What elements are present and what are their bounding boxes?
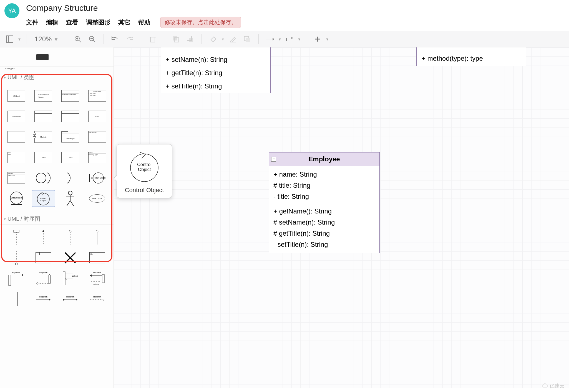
- zoom-in-button[interactable]: [72, 33, 84, 45]
- mini-shape[interactable]: [36, 54, 49, 60]
- shape-object[interactable]: Object: [5, 88, 28, 104]
- zoom-select[interactable]: 120% ▾: [32, 35, 61, 43]
- menu-edit[interactable]: 编辑: [46, 18, 58, 27]
- mini-shape[interactable]: [8, 52, 25, 62]
- shape-lifeline[interactable]: [32, 229, 55, 246]
- uml-method[interactable]: # getTitle(n): String: [273, 228, 376, 239]
- uml-attr[interactable]: - title: String: [273, 191, 376, 202]
- chevron-down-icon: ▾: [326, 37, 328, 42]
- uml-class-partial-right[interactable]: + field: type + method(type): type: [416, 47, 526, 66]
- shape-callback[interactable]: callbackreturn: [85, 270, 109, 287]
- shape-activation[interactable]: [5, 291, 28, 307]
- svg-rect-13: [173, 36, 177, 40]
- menu-file[interactable]: 文件: [26, 18, 38, 27]
- shape-actor[interactable]: [59, 190, 82, 207]
- shape-msg-solid[interactable]: dispatch: [32, 291, 55, 307]
- shape-use-case[interactable]: Use Case: [85, 190, 109, 207]
- connection-style-button[interactable]: [264, 33, 276, 45]
- uml-attr[interactable]: # title: String: [273, 180, 376, 191]
- shape-provided-interface[interactable]: [32, 170, 55, 186]
- redo-button[interactable]: [124, 33, 135, 45]
- uml-attr[interactable]: + name: String: [273, 169, 376, 180]
- shape-boundary-object[interactable]: Boundary Object: [85, 170, 109, 186]
- to-front-button[interactable]: [170, 33, 182, 45]
- shape-class-tab2[interactable]: Class: [59, 149, 82, 166]
- redo-icon: [126, 36, 134, 42]
- canvas[interactable]: + setName(n): String + getTitle(n): Stri…: [114, 47, 569, 388]
- collapse-toggle[interactable]: −: [271, 157, 276, 162]
- shape-class-3[interactable]: +method(type):type: [59, 88, 82, 104]
- svg-rect-15: [189, 38, 193, 42]
- unsaved-banner[interactable]: 修改未保存。点击此处保存。: [160, 17, 241, 28]
- menu-other[interactable]: 其它: [118, 18, 130, 27]
- shape-enum[interactable]: Enum: [85, 108, 109, 125]
- shape-module[interactable]: Module: [32, 129, 55, 145]
- shape-class-6[interactable]: [59, 108, 82, 125]
- uml-class-partial-left[interactable]: + setName(n): String + getTitle(n): Stri…: [161, 47, 271, 93]
- shape-found-msg[interactable]: [5, 250, 28, 266]
- chevron-down-icon: ▾: [54, 35, 58, 43]
- shape-lifeline-t[interactable]: [5, 229, 28, 246]
- chevron-down-icon: ▾: [222, 37, 224, 42]
- shape-class-tab1[interactable]: Class: [32, 149, 55, 166]
- pencil-icon: [229, 36, 236, 42]
- menu-adjust-shape[interactable]: 调整图形: [86, 18, 110, 27]
- shape-dispatch-2[interactable]: dispatch: [32, 270, 55, 287]
- undo-button[interactable]: [109, 33, 121, 45]
- shape-entity-object[interactable]: Entity Object: [5, 190, 28, 207]
- delete-button[interactable]: [147, 33, 158, 45]
- shape-lifeline-open[interactable]: [59, 229, 82, 246]
- zoom-label: 120%: [35, 35, 52, 43]
- shape-lifeline-simple[interactable]: [85, 229, 109, 246]
- menu-view[interactable]: 查看: [66, 18, 78, 27]
- shape-package[interactable]: package: [59, 129, 82, 145]
- document-title[interactable]: Company Structure: [26, 3, 565, 13]
- shape-class-tab3[interactable]: Classmethod(): Type: [85, 149, 109, 166]
- shape-msg-dot[interactable]: dispatch: [59, 291, 82, 307]
- menu-help[interactable]: 帮助: [138, 18, 150, 27]
- shapes-sidebar: «datatype» UML / 类图 Object «interface» N…: [0, 47, 114, 388]
- svg-line-4: [79, 40, 81, 42]
- svg-text:dispatch: dispatch: [93, 296, 101, 298]
- uml-method[interactable]: # setName(n): String: [273, 217, 376, 228]
- shape-note[interactable]: title: [85, 250, 109, 266]
- shadow-button[interactable]: [241, 33, 253, 45]
- shape-frame[interactable]: [5, 129, 28, 145]
- uml-class-title[interactable]: − Employee: [269, 152, 379, 166]
- shape-interface[interactable]: «interface» Name: [32, 88, 55, 104]
- uml-method[interactable]: - setTitle(n): String: [273, 239, 376, 250]
- shape-classname[interactable]: Classname+ field: type+ field: type: [85, 88, 109, 104]
- section-uml-sequence[interactable]: UML / 时序图: [0, 212, 114, 225]
- shape-class-list[interactable]: item1item2: [5, 149, 28, 166]
- fill-color-button[interactable]: [207, 33, 219, 45]
- shape-self-call[interactable]: self call: [59, 270, 82, 287]
- avatar[interactable]: YA: [4, 3, 19, 18]
- svg-line-8: [93, 40, 95, 42]
- shape-required-interface[interactable]: [59, 170, 82, 186]
- stroke-color-button[interactable]: [227, 33, 238, 45]
- shape-preview: ControlObject: [128, 149, 161, 183]
- shape-component[interactable]: Component: [5, 108, 28, 125]
- shape-destroy[interactable]: [59, 250, 82, 266]
- waypoint-style-button[interactable]: [284, 33, 295, 45]
- toolbar: ▾ 120% ▾ ▾ ▾ ▾: [0, 31, 569, 47]
- shape-msg-dash[interactable]: dispatch: [85, 291, 109, 307]
- shape-stereotype[interactable]: Stereotype: [85, 129, 109, 145]
- panels-button[interactable]: [4, 33, 16, 45]
- chevron-down-icon: ▾: [18, 37, 21, 42]
- section-uml-class[interactable]: UML / 类图: [0, 71, 114, 83]
- shape-class-list2[interactable]: Interface+field:Type: [5, 170, 28, 186]
- shape-control-object[interactable]: ControlObject: [32, 190, 55, 207]
- zoom-out-button[interactable]: [86, 33, 98, 45]
- layout-icon: [6, 35, 14, 43]
- insert-button[interactable]: [312, 33, 323, 45]
- shape-class-5[interactable]: [32, 108, 55, 125]
- cloud-icon: [542, 383, 548, 389]
- uml-sequence-grid: title dispatch dispatch self call callba…: [0, 225, 114, 313]
- uml-method[interactable]: + getName(): String: [273, 206, 376, 217]
- svg-text:dispatch: dispatch: [66, 296, 74, 298]
- to-back-button[interactable]: [184, 33, 196, 45]
- shape-frame-seq[interactable]: [32, 250, 55, 266]
- uml-class-employee[interactable]: − Employee + name: String # title: Strin…: [269, 152, 380, 253]
- shape-dispatch-1[interactable]: dispatch: [5, 270, 28, 287]
